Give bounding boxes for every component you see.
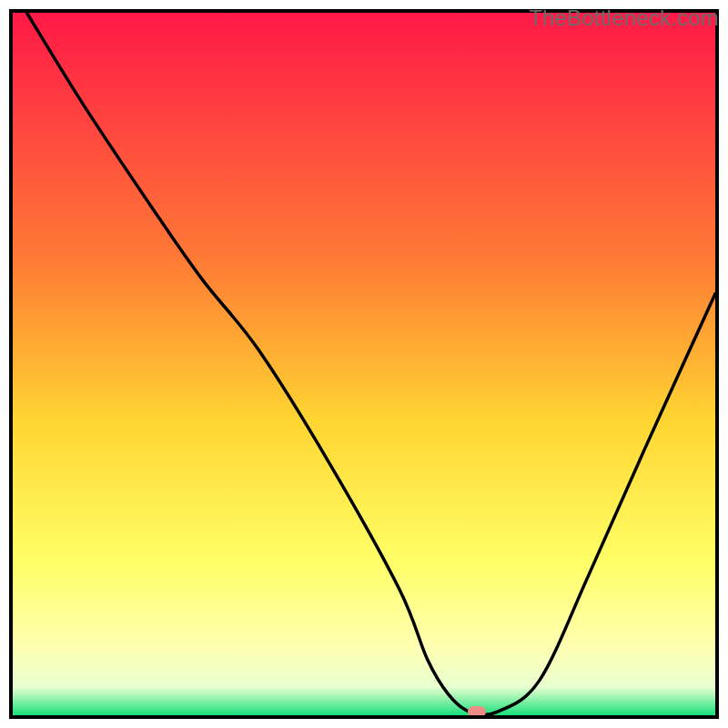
chart-container: TheBottleneck.com (0, 0, 728, 728)
bottleneck-curve (26, 13, 715, 715)
curve-layer (13, 13, 715, 715)
plot-area (9, 9, 719, 719)
watermark-text: TheBottleneck.com (529, 5, 719, 31)
optimal-marker (468, 706, 486, 717)
